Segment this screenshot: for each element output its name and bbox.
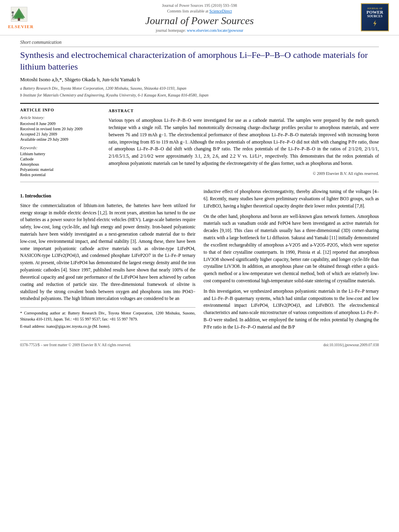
keyword-5: Redox potential	[20, 173, 101, 177]
homepage-url[interactable]: www.elsevier.com/locate/jpowsour	[187, 28, 243, 33]
logo-sources-text: SOURCES	[367, 14, 383, 18]
corresponding-author-note: * Corresponding author at: Battery Resea…	[20, 310, 195, 322]
affiliation-b: b Institute for Materials Chemistry and …	[20, 92, 379, 98]
email-address: isano@giga.tec.toyota.co.jp (M. Isono).	[46, 324, 110, 329]
abstract-column: ABSTRACT Various types of amorphous Li–F…	[109, 108, 379, 178]
abstract-title: ABSTRACT	[109, 108, 379, 114]
homepage-label: journal homepage:	[156, 28, 186, 33]
contents-label: Contents lists available at	[167, 9, 208, 13]
authors: Motoshi Isono a,b,*, Shigeto Okada b, Ju…	[20, 76, 379, 83]
affiliations: a Battery Research Div., Toyota Motor Co…	[20, 85, 379, 98]
journal-homepage: journal homepage: www.elsevier.com/locat…	[44, 28, 355, 33]
article-info-title: ARTICLE INFO	[20, 108, 101, 112]
intro-paragraph-1-cont: inductive effect of phosphorus electrone…	[204, 188, 379, 210]
intro-paragraph-3: In this investigation, we synthesized am…	[204, 288, 379, 331]
page: ELSEVIER Journal of Power Sources 195 (2…	[0, 0, 399, 532]
footnotes: * Corresponding author at: Battery Resea…	[20, 307, 195, 329]
body-left-column: 1. Introduction Since the commercializat…	[20, 188, 195, 334]
keyword-1: Lithium battery	[20, 152, 101, 156]
journal-citation: Journal of Power Sources 195 (2010) 593–…	[44, 3, 355, 8]
elsevier-brand: ELSEVIER	[8, 24, 34, 29]
sciencedirect-notice: Contents lists available at ScienceDirec…	[44, 9, 355, 13]
journal-name: Journal of Power Sources	[44, 15, 355, 27]
journal-logo-right: JOURNAL OF POWER SOURCES	[359, 3, 391, 31]
email-footnote: E-mail address: isano@giga.tec.toyota.co…	[20, 323, 195, 329]
power-sources-logo: JOURNAL OF POWER SOURCES	[361, 3, 389, 31]
keyword-2: Cathode	[20, 157, 101, 161]
journal-header: ELSEVIER Journal of Power Sources 195 (2…	[0, 0, 399, 35]
intro-paragraph-2: On the other hand, phosphorus and boron …	[204, 213, 379, 285]
intro-paragraph-1: Since the commercialization of lithium-i…	[20, 202, 195, 302]
online-date: Available online 29 July 2009	[20, 137, 101, 142]
keyword-4: Polyanionic material	[20, 167, 101, 172]
main-content: Short communication Synthesis and electr…	[0, 35, 399, 355]
issn-info: 0378-7753/$ – see front matter © 2009 El…	[20, 343, 131, 347]
accepted-date: Accepted 21 July 2009	[20, 132, 101, 136]
doi-info: doi:10.1016/j.jpowsour.2009.07.038	[323, 343, 379, 347]
history-label: Article history:	[20, 115, 101, 120]
elsevier-logo: ELSEVIER	[8, 3, 40, 29]
email-label: E-mail address:	[20, 324, 45, 329]
journal-header-center: Journal of Power Sources 195 (2010) 593–…	[40, 3, 359, 33]
copyright-notice: © 2009 Elsevier B.V. All rights reserved…	[109, 170, 379, 177]
svg-point-4	[12, 11, 14, 13]
body-right-column: inductive effect of phosphorus electrone…	[204, 188, 379, 334]
authors-text: Motoshi Isono a,b,*, Shigeto Okada b, Ju…	[20, 76, 140, 82]
bottom-bar: 0378-7753/$ – see front matter © 2009 El…	[20, 340, 379, 347]
svg-rect-3	[18, 18, 20, 21]
keywords-label: Keywords:	[20, 146, 101, 150]
sciencedirect-link[interactable]: ScienceDirect	[209, 9, 232, 13]
logo-power-text: POWER	[366, 10, 383, 14]
affiliation-a: a Battery Research Div., Toyota Motor Co…	[20, 85, 379, 91]
received-date: Received 8 June 2009	[20, 121, 101, 126]
keyword-3: Amorphous	[20, 162, 101, 166]
abstract-text: Various types of amorphous Li–Fe–P–B–O w…	[109, 117, 379, 167]
introduction-heading: 1. Introduction	[20, 192, 195, 200]
svg-marker-10	[373, 20, 376, 27]
article-info-abstract: ARTICLE INFO Article history: Received 8…	[20, 103, 379, 182]
revised-date: Received in revised form 20 July 2009	[20, 127, 101, 131]
body-content: 1. Introduction Since the commercializat…	[20, 188, 379, 334]
section-type: Short communication	[20, 39, 379, 47]
article-title: Synthesis and electrochemical characteri…	[20, 49, 379, 72]
article-info-column: ARTICLE INFO Article history: Received 8…	[20, 108, 101, 178]
